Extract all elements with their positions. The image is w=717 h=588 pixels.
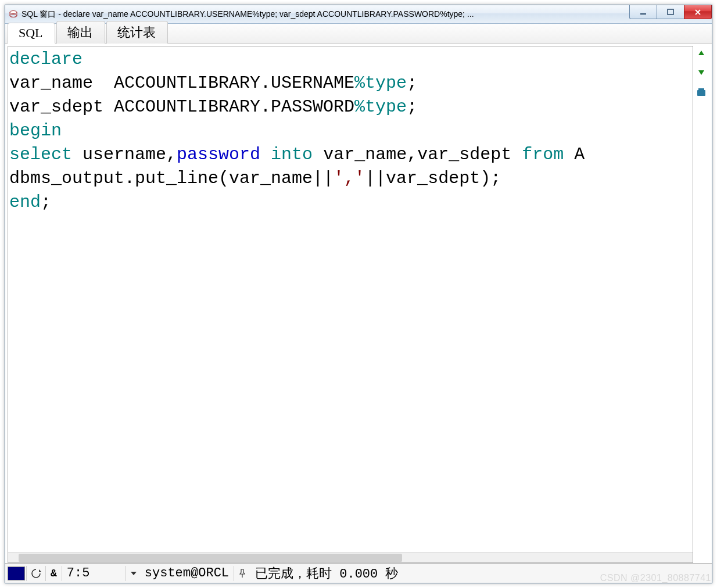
status-pin[interactable]: [234, 566, 250, 581]
svg-rect-3: [668, 9, 673, 15]
window-title: SQL 窗口 - declare var_name ACCOUNTLIBRARY…: [21, 9, 712, 20]
kw-type: %type: [354, 97, 407, 117]
scrollbar-thumb[interactable]: [19, 554, 402, 562]
refresh-icon: [30, 568, 42, 579]
tab-output[interactable]: 输出: [56, 21, 105, 44]
svg-point-1: [10, 14, 17, 17]
anchor-icon: &: [51, 568, 57, 579]
status-caret[interactable]: [126, 566, 140, 581]
color-box-icon: [8, 567, 25, 580]
tabbar: SQL 输出 统计表: [5, 24, 712, 44]
code-text: var_name,var_sdept: [313, 145, 522, 164]
status-connection: system@ORCL: [140, 566, 234, 581]
status-cursor-pos: 7:5: [62, 566, 126, 581]
kw-begin: begin: [9, 121, 62, 141]
statusbar: & 7:5 system@ORCL 已完成，耗时 0.000 秒: [5, 563, 712, 583]
breakpoint-icon[interactable]: [697, 90, 705, 96]
editor-wrap: declare var_name ACCOUNTLIBRARY.USERNAME…: [8, 46, 693, 563]
tab-sql[interactable]: SQL: [8, 23, 55, 44]
caret-down-icon: [131, 572, 137, 575]
string-literal: ',': [334, 168, 365, 188]
status-color-swatch[interactable]: [6, 566, 27, 581]
side-gutter: [693, 46, 709, 563]
close-icon: [694, 9, 701, 16]
punct: ;: [407, 73, 417, 93]
kw-into: into: [271, 145, 313, 164]
sql-editor[interactable]: declare var_name ACCOUNTLIBRARY.USERNAME…: [8, 46, 693, 552]
code-text: [260, 145, 271, 164]
close-button[interactable]: [684, 5, 712, 19]
app-icon: [9, 10, 18, 19]
code-text: username,: [72, 145, 177, 164]
punct: ;: [407, 97, 417, 117]
body-area: declare var_name ACCOUNTLIBRARY.USERNAME…: [5, 44, 712, 563]
status-refresh[interactable]: [27, 566, 46, 581]
svg-marker-6: [39, 569, 41, 572]
sql-window: SQL 窗口 - declare var_name ACCOUNTLIBRARY…: [5, 5, 712, 583]
nav-down-icon[interactable]: [698, 70, 704, 75]
kw-from: from: [522, 145, 564, 164]
code-text: A: [564, 145, 585, 164]
tab-statistics[interactable]: 统计表: [106, 21, 168, 44]
punct: ;: [41, 192, 51, 212]
maximize-button[interactable]: [657, 5, 684, 19]
maximize-icon: [667, 9, 674, 16]
nav-up-icon[interactable]: [698, 51, 704, 55]
kw-declare: declare: [9, 49, 83, 69]
kw-select: select: [9, 145, 72, 164]
window-controls: [630, 5, 712, 19]
svg-point-0: [10, 10, 17, 13]
status-anchor[interactable]: &: [46, 566, 62, 581]
status-message: 已完成，耗时 0.000 秒: [250, 566, 711, 581]
code-text: var_name ACCOUNTLIBRARY.USERNAME: [9, 73, 354, 93]
horizontal-scrollbar[interactable]: [8, 552, 693, 562]
kw-type: %type: [354, 73, 407, 93]
kw-end: end: [9, 192, 41, 212]
svg-rect-2: [640, 13, 646, 15]
code-text: var_sdept ACCOUNTLIBRARY.PASSWORD: [9, 97, 354, 117]
kw-password: password: [177, 145, 260, 164]
code-text: ||var_sdept);: [365, 168, 501, 188]
code-text: dbms_output.put_line(var_name||: [9, 168, 334, 188]
minimize-icon: [640, 9, 647, 16]
minimize-button[interactable]: [629, 5, 657, 19]
pin-icon: [238, 569, 247, 578]
